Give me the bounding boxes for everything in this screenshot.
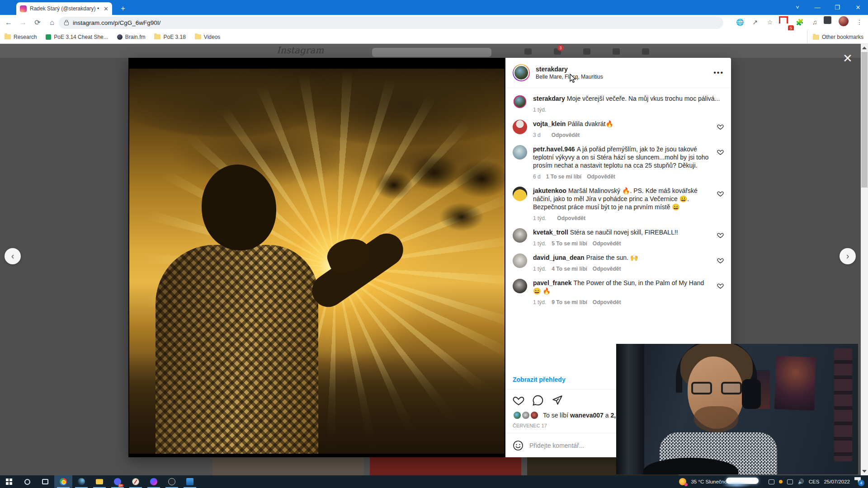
back-button[interactable]: ← [3, 17, 14, 28]
page-scrollbar[interactable] [861, 44, 868, 475]
comment-like-count[interactable]: 4 To se mi líbí [552, 266, 587, 272]
comment-like-count[interactable]: 9 To se mi líbí [552, 299, 587, 305]
screenshot-extension-icon[interactable] [824, 16, 835, 28]
start-button[interactable] [0, 475, 18, 488]
minimize-button[interactable]: — [807, 0, 827, 15]
lock-icon[interactable] [64, 22, 69, 25]
menu-kebab-icon[interactable]: ⋮ [854, 16, 865, 28]
comment-reply-button[interactable]: Odpovědět [593, 240, 621, 247]
avatar[interactable] [513, 253, 527, 268]
cortana-search-button[interactable] [18, 475, 36, 488]
other-bookmarks[interactable]: Other bookmarks [807, 30, 863, 44]
bookmark-poe314[interactable]: PoE 3.14 Cheat She... [41, 34, 112, 40]
comment-username[interactable]: kvetak_troll [533, 229, 568, 236]
like-heart-icon[interactable] [717, 232, 724, 239]
comment-button-icon[interactable] [532, 394, 544, 406]
liker-avatar[interactable] [530, 411, 539, 420]
clock-date[interactable]: 25/07/2022 [824, 479, 850, 484]
taskbar-discord[interactable] [108, 475, 127, 488]
tray-monitor-icon[interactable] [769, 479, 774, 484]
weather-icon[interactable] [679, 478, 686, 485]
tab-close-icon[interactable]: ✕ [104, 5, 108, 12]
liker-avatar[interactable] [521, 411, 530, 420]
taskbar-messenger[interactable] [145, 475, 163, 488]
scroll-up-icon[interactable] [862, 47, 867, 49]
avatar[interactable] [513, 120, 527, 134]
close-modal-button[interactable]: ✕ [840, 51, 855, 66]
avatar[interactable] [513, 145, 527, 160]
like-heart-icon[interactable] [717, 257, 724, 264]
comment-reply-button[interactable]: Odpovědět [593, 266, 621, 272]
folder-icon [5, 34, 11, 39]
taskbar-explorer[interactable] [90, 475, 108, 488]
author-avatar[interactable] [513, 64, 530, 81]
comment-username[interactable]: david_juna_dean [533, 254, 585, 261]
taskbar-photos[interactable] [181, 475, 199, 488]
scrollbar-thumb[interactable] [861, 52, 868, 188]
gmail-extension-icon[interactable]: 5 [779, 16, 791, 28]
comment-like-count[interactable]: 5 To se mi líbí [552, 240, 587, 247]
bookmark-star-icon[interactable]: ☆ [764, 16, 776, 28]
close-window-button[interactable]: ✕ [848, 0, 868, 15]
like-heart-icon[interactable] [717, 282, 724, 289]
next-post-button[interactable]: › [840, 248, 856, 264]
notification-center-button[interactable]: 4 [854, 477, 865, 486]
comment-like-count[interactable]: 1 To se mi líbí [546, 174, 581, 180]
view-insights-link[interactable]: Zobrazit přehledy [513, 376, 566, 383]
taskbar-chrome[interactable] [54, 475, 72, 488]
comment-username[interactable]: petr.havel.946 [533, 145, 575, 153]
avatar[interactable] [513, 187, 527, 201]
like-heart-icon[interactable] [717, 149, 724, 155]
taskbar-obs[interactable] [163, 475, 181, 488]
forward-button[interactable]: → [17, 17, 29, 28]
tray-pen-icon[interactable] [787, 479, 793, 484]
comment-reply-button[interactable]: Odpovědět [587, 174, 615, 180]
avatar[interactable] [513, 94, 527, 109]
language-indicator[interactable]: CES [809, 479, 820, 484]
maximize-button[interactable]: ❐ [827, 0, 847, 15]
share-button-icon[interactable] [552, 394, 563, 406]
extensions-puzzle-icon[interactable]: 🧩 [794, 16, 806, 28]
bookmark-poe318[interactable]: PoE 3.18 [150, 34, 190, 40]
like-button-icon[interactable] [513, 394, 524, 406]
taskbar-steam[interactable] [72, 475, 90, 488]
home-button[interactable]: ⌂ [46, 17, 58, 28]
like-heart-icon[interactable] [717, 190, 724, 197]
profile-avatar[interactable] [839, 16, 850, 28]
tab-search-icon[interactable]: ˅ [788, 0, 807, 15]
share-icon[interactable]: ↗ [749, 16, 761, 28]
scroll-down-icon[interactable] [862, 470, 867, 473]
tray-status-dot[interactable] [779, 480, 783, 483]
post-options-icon[interactable]: ••• [713, 69, 724, 77]
playlist-extension-icon[interactable]: ♫ [809, 16, 821, 28]
liker-avatar[interactable] [513, 411, 522, 420]
task-view-button[interactable] [36, 475, 54, 488]
screen: Radek Starý (@sterakdary) • Fotk ✕ + ˅ —… [0, 0, 868, 488]
instagram-wordmark: Instagram [277, 45, 324, 56]
emoji-icon[interactable] [513, 440, 524, 451]
comment-username[interactable]: pavel_franek [533, 279, 572, 286]
avatar[interactable] [513, 279, 527, 293]
liker-username[interactable]: waneva007 [570, 412, 604, 419]
comment-reply-button[interactable]: Odpovědět [552, 132, 580, 138]
new-tab-button[interactable]: + [118, 4, 127, 13]
refresh-button[interactable]: ⟳ [32, 17, 43, 28]
comment-reply-button[interactable]: Odpovědět [557, 215, 585, 221]
bookmark-research[interactable]: Research [0, 34, 41, 40]
volume-icon[interactable]: 🔊 [797, 479, 804, 485]
bookmark-videos[interactable]: Videos [190, 34, 225, 40]
comment-reply-button[interactable]: Odpovědět [593, 299, 621, 305]
bookmark-brainfm[interactable]: Brain.fm [113, 34, 150, 40]
comment-username[interactable]: jakutenkoo [533, 187, 566, 194]
taskbar-compass-app[interactable] [127, 475, 145, 488]
previous-post-button[interactable]: ‹ [5, 248, 21, 264]
caption-username[interactable]: sterakdary [533, 95, 565, 102]
caption-text: Moje včerejší večeře. Na můj vkus trochu… [567, 95, 720, 102]
address-bar[interactable]: instagram.com/p/CgG_6wFg90I/ [59, 17, 723, 29]
translate-icon[interactable]: 🌐 [734, 16, 746, 28]
post-username[interactable]: sterakdary [536, 66, 603, 73]
comment-username[interactable]: vojta_klein [533, 120, 566, 127]
avatar[interactable] [513, 228, 527, 243]
browser-tab[interactable]: Radek Starý (@sterakdary) • Fotk ✕ [16, 2, 112, 15]
like-heart-icon[interactable] [717, 123, 724, 130]
